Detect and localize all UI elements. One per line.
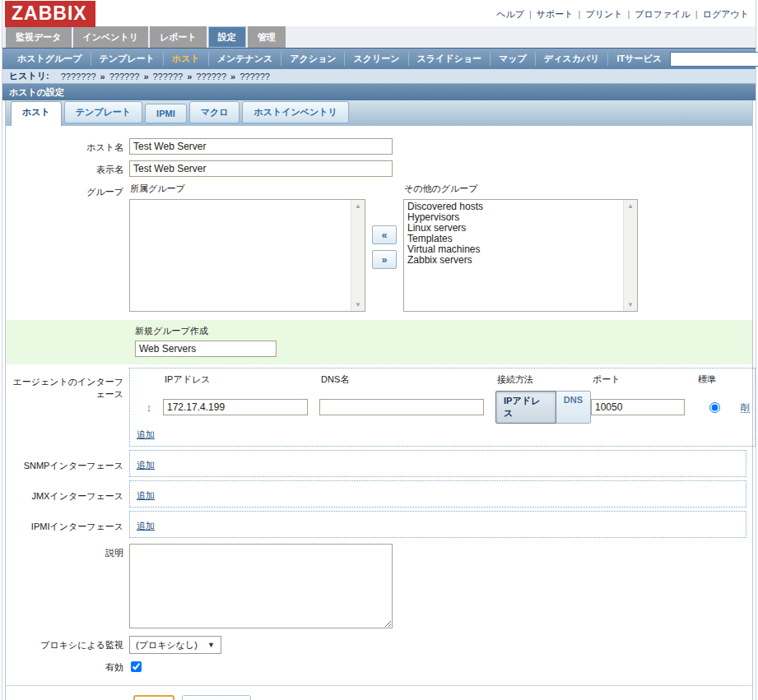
enabled-checkbox[interactable] bbox=[131, 661, 142, 672]
subnav-maps[interactable]: マップ bbox=[490, 52, 535, 66]
scroll-down-icon[interactable]: ▼ bbox=[355, 301, 361, 308]
nav-inventory[interactable]: インベントリ bbox=[73, 26, 149, 48]
breadcrumb-item[interactable]: ?????? bbox=[153, 72, 184, 81]
logout-link[interactable]: ログアウト bbox=[703, 9, 749, 19]
subnav-it-services[interactable]: ITサービス bbox=[607, 52, 670, 66]
default-interface-radio[interactable] bbox=[709, 402, 720, 413]
visible-name-input[interactable] bbox=[129, 160, 393, 177]
subnav-host-groups[interactable]: ホストグループ bbox=[9, 52, 91, 66]
interface-dns-input[interactable] bbox=[319, 399, 484, 415]
cancel-button[interactable]: キャンセル bbox=[182, 695, 251, 700]
in-groups-listbox[interactable]: ▲ ▼ bbox=[129, 199, 365, 312]
breadcrumb-item[interactable]: ?????? bbox=[109, 72, 140, 81]
add-snmp-interface-link[interactable]: 追加 bbox=[137, 459, 155, 471]
tab-templates[interactable]: テンプレート bbox=[64, 101, 142, 123]
zabbix-logo[interactable]: ZABBIX bbox=[5, 1, 95, 27]
support-link[interactable]: サポート bbox=[537, 9, 574, 19]
scroll-up-icon[interactable]: ▲ bbox=[627, 202, 634, 210]
page-frame: ZABBIX ヘルプ|サポート|プリント|プロファイル|ログアウト 監視データ … bbox=[2, 0, 756, 700]
host-name-input[interactable] bbox=[129, 138, 393, 155]
remove-interface-link[interactable]: 削 bbox=[741, 402, 750, 413]
breadcrumb-separator: » bbox=[187, 72, 192, 81]
search-area: 検索 bbox=[670, 51, 758, 67]
breadcrumb-separator: » bbox=[230, 72, 235, 81]
description-row: 説明 bbox=[6, 544, 752, 630]
jmx-interfaces-label: JMXインターフェース bbox=[6, 480, 129, 508]
drag-handle-icon[interactable]: ↕ bbox=[135, 401, 163, 414]
add-jmx-interface-link[interactable]: 追加 bbox=[137, 489, 155, 502]
other-groups-label: その他のグループ bbox=[404, 183, 638, 195]
in-groups-scrollbar[interactable]: ▲ ▼ bbox=[351, 200, 365, 311]
subnav-actions[interactable]: アクション bbox=[281, 52, 344, 66]
search-input[interactable] bbox=[670, 52, 758, 67]
new-group-input[interactable] bbox=[135, 341, 277, 357]
subnav-templates[interactable]: テンプレート bbox=[91, 52, 163, 66]
scroll-up-icon[interactable]: ▲ bbox=[355, 202, 361, 210]
agent-interfaces-label: エージェントのインターフェース bbox=[6, 368, 129, 447]
interface-port-input[interactable] bbox=[591, 399, 685, 415]
subnav-hosts[interactable]: ホスト bbox=[163, 52, 208, 66]
visible-name-row: 表示名 bbox=[6, 160, 752, 177]
snmp-interfaces-box: 追加 bbox=[129, 450, 746, 477]
connect-dns-button[interactable]: DNS bbox=[556, 391, 591, 424]
ipmi-interfaces-row: IPMIインターフェース 追加 bbox=[6, 511, 752, 538]
nav-reports[interactable]: レポート bbox=[150, 26, 207, 48]
in-groups-label: 所属グループ bbox=[130, 183, 365, 195]
other-groups-listbox[interactable]: Discovered hosts Hypervisors Linux serve… bbox=[403, 199, 638, 312]
column-ip: IPアドレス bbox=[163, 372, 319, 391]
add-agent-interface-link[interactable]: 追加 bbox=[137, 429, 155, 441]
history-label: ヒストリ: bbox=[9, 70, 49, 82]
description-label: 説明 bbox=[6, 544, 129, 630]
subnav-discovery[interactable]: ディスカバリ bbox=[535, 52, 608, 66]
snmp-interfaces-label: SNMPインターフェース bbox=[6, 450, 129, 477]
tab-macros[interactable]: マクロ bbox=[189, 101, 240, 123]
move-right-button[interactable]: » bbox=[372, 250, 397, 269]
group-option[interactable]: Zabbix servers bbox=[406, 255, 623, 266]
enabled-row: 有効 bbox=[6, 660, 752, 674]
breadcrumb-item[interactable]: ??????? bbox=[61, 72, 96, 81]
proxy-label: プロキシによる監視 bbox=[6, 636, 129, 654]
link-separator: | bbox=[579, 9, 581, 19]
link-separator: | bbox=[627, 9, 630, 19]
agent-interfaces-box: IPアドレス DNS名 接続方法 ポート 標準 ↕ IPアドレス bbox=[129, 368, 756, 447]
ipmi-interfaces-box: 追加 bbox=[129, 511, 746, 538]
form-tab-strip: ホスト テンプレート IPMI マクロ ホストインベントリ bbox=[6, 100, 752, 126]
page-title: ホストの設定 bbox=[9, 86, 64, 99]
host-name-label: ホスト名 bbox=[6, 138, 129, 155]
tab-host[interactable]: ホスト bbox=[11, 101, 62, 126]
print-link[interactable]: プリント bbox=[585, 9, 622, 19]
interface-ip-input[interactable] bbox=[163, 399, 308, 415]
profile-link[interactable]: プロファイル bbox=[635, 9, 691, 19]
nav-administration[interactable]: 管理 bbox=[248, 26, 286, 48]
subnav-screens[interactable]: スクリーン bbox=[344, 52, 407, 66]
sub-nav: ホストグループ テンプレート ホスト メンテナンス アクション スクリーン スラ… bbox=[2, 48, 756, 69]
connect-to-toggle: IPアドレス DNS bbox=[495, 391, 591, 424]
description-textarea[interactable] bbox=[129, 544, 393, 628]
other-groups-options: Discovered hosts Hypervisors Linux serve… bbox=[404, 200, 623, 311]
in-groups-options bbox=[130, 200, 351, 311]
snmp-interfaces-row: SNMPインターフェース 追加 bbox=[6, 450, 752, 477]
proxy-select[interactable]: (プロキシなし) ▼ bbox=[129, 636, 221, 654]
content-panel: ホスト テンプレート IPMI マクロ ホストインベントリ ホスト名 表示名 bbox=[5, 100, 753, 700]
help-link[interactable]: ヘルプ bbox=[496, 9, 524, 19]
breadcrumb: ヒストリ: ??????? » ?????? » ?????? » ??????… bbox=[2, 69, 756, 83]
add-button[interactable]: 追加 bbox=[133, 695, 174, 700]
add-ipmi-interface-link[interactable]: 追加 bbox=[137, 520, 155, 532]
scroll-down-icon[interactable]: ▼ bbox=[627, 301, 634, 308]
breadcrumb-item[interactable]: ?????? bbox=[239, 72, 270, 81]
subnav-slideshows[interactable]: スライドショー bbox=[408, 52, 491, 66]
visible-name-label: 表示名 bbox=[6, 160, 129, 177]
breadcrumb-item[interactable]: ?????? bbox=[196, 72, 226, 81]
subnav-maintenance[interactable]: メンテナンス bbox=[208, 52, 281, 66]
link-separator: | bbox=[695, 9, 698, 19]
other-groups-scrollbar[interactable]: ▲ ▼ bbox=[623, 200, 637, 311]
tab-host-inventory[interactable]: ホストインベントリ bbox=[242, 101, 348, 123]
nav-monitoring[interactable]: 監視データ bbox=[6, 26, 72, 48]
move-left-button[interactable]: « bbox=[372, 225, 397, 244]
enabled-label: 有効 bbox=[6, 660, 129, 674]
select-arrow-icon: ▼ bbox=[207, 641, 215, 649]
tab-ipmi[interactable]: IPMI bbox=[145, 104, 187, 123]
nav-configuration[interactable]: 設定 bbox=[208, 26, 246, 48]
column-connect-to: 接続方法 bbox=[495, 372, 591, 391]
connect-ip-button[interactable]: IPアドレス bbox=[495, 391, 556, 424]
